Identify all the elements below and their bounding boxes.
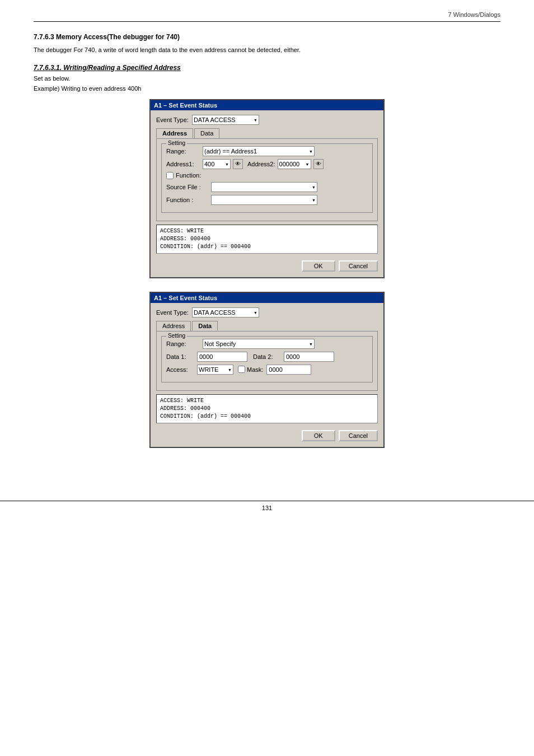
dialog2-event-type-select[interactable]: DATA ACCESS	[192, 307, 259, 318]
dialog2-btn-row: OK Cancel	[156, 428, 378, 442]
dialog2-range-select-wrapper[interactable]: Not Specify	[203, 339, 315, 349]
dialog2-cancel-button[interactable]: Cancel	[339, 430, 378, 441]
dialog2-titlebar: A1 – Set Event Status	[151, 293, 383, 303]
dialog1-setting-legend: Setting	[166, 140, 187, 146]
dialog1-function2-label: Function :	[166, 197, 211, 203]
dialog1-addr1-select-wrapper[interactable]: 400	[203, 159, 231, 169]
dialog2-data1-input[interactable]	[197, 352, 247, 362]
header-text: 7 Windows/Dialogs	[448, 11, 500, 18]
dialog2-data2-label: Data 2:	[253, 353, 284, 360]
dialog1-tab-content: Setting Range: (addr) == Address1	[156, 138, 378, 221]
dialog1-cancel-button[interactable]: Cancel	[339, 260, 378, 272]
section-description: The debugger For 740, a write of word le…	[34, 45, 500, 55]
page-container: 7 Windows/Dialogs 7.7.6.3 Memory Access(…	[0, 0, 534, 484]
dialog1-setting-fieldset: Setting Range: (addr) == Address1	[161, 143, 373, 213]
dialog1-function2-select-wrapper[interactable]	[211, 195, 317, 205]
dialog2-wrapper: A1 – Set Event Status Event Type: DATA A…	[34, 292, 500, 448]
dialog2-ok-button[interactable]: OK	[302, 430, 335, 441]
dialog1-source-file-label: Source File :	[166, 184, 211, 190]
dialog1-event-type-row: Event Type: DATA ACCESS	[156, 115, 378, 125]
dialog1-titlebar: A1 – Set Event Status	[151, 100, 383, 110]
dialog1-tab-address[interactable]: Address	[156, 128, 193, 138]
dialog1-function2-row: Function :	[166, 195, 368, 205]
dialog1-event-type-select-wrapper[interactable]: DATA ACCESS	[192, 115, 259, 125]
dialog2-tab-address[interactable]: Address	[156, 321, 191, 331]
dialog1-tab-data[interactable]: Data	[194, 128, 219, 138]
dialog1-range-row: Range: (addr) == Address1	[166, 146, 368, 156]
page-footer: 131	[0, 501, 534, 511]
dialog1-range-select-wrapper[interactable]: (addr) == Address1	[203, 146, 315, 156]
dialog2-status-line2: ADDRESS: 000400	[160, 405, 374, 413]
dialog1-address-row: Address1: 400 👁 Address2: 000000	[166, 159, 368, 169]
dialog2-tab-content: Setting Range: Not Specify	[156, 331, 378, 391]
example-text: Example) Writing to even address 400h	[34, 84, 500, 94]
dialog2-status-box: ACCESS: WRITE ADDRESS: 000400 CONDITION:…	[156, 394, 378, 423]
dialog1-tab-bar: Address Data	[156, 128, 378, 138]
dialog1-addr2-select-wrapper[interactable]: 000000	[278, 159, 311, 169]
dialog1-function-checkbox[interactable]	[166, 172, 174, 179]
dialog1-body: Event Type: DATA ACCESS Address Data Se	[151, 110, 383, 277]
section-title: 7.7.6.3 Memory Access(The debugger for 7…	[34, 33, 500, 41]
dialog2-mask-checkbox[interactable]	[238, 366, 245, 373]
dialog2: A1 – Set Event Status Event Type: DATA A…	[149, 292, 385, 448]
dialog1-addr1-icon[interactable]: 👁	[233, 159, 243, 169]
set-as-below: Set as below.	[34, 74, 500, 83]
dialog1-addr2-label: Address2:	[247, 161, 275, 167]
dialog2-body: Event Type: DATA ACCESS Address Data Se	[151, 303, 383, 447]
subsection-title: 7.7.6.3.1. Writing/Reading a Specified A…	[34, 64, 500, 72]
dialog2-status-line1: ACCESS: WRITE	[160, 397, 374, 405]
dialog2-event-type-row: Event Type: DATA ACCESS	[156, 307, 378, 318]
dialog2-mask-label: Mask:	[247, 366, 263, 373]
dialog2-range-row: Range: Not Specify	[166, 339, 368, 349]
dialog1-ok-button[interactable]: OK	[302, 260, 335, 272]
dialog1: A1 – Set Event Status Event Type: DATA A…	[149, 99, 385, 278]
dialog1-source-file-select-wrapper[interactable]	[211, 182, 317, 192]
dialog1-event-type-select[interactable]: DATA ACCESS	[192, 115, 259, 125]
dialog2-access-select-wrapper[interactable]: WRITE	[197, 365, 233, 375]
dialog2-tab-data[interactable]: Data	[192, 321, 218, 331]
dialog1-source-file-select[interactable]	[211, 182, 317, 192]
dialog1-event-type-label: Event Type:	[156, 116, 189, 123]
dialog2-tab-bar: Address Data	[156, 321, 378, 331]
dialog2-data-row: Data 1: Data 2:	[166, 352, 368, 362]
dialog2-mask-checkbox-wrapper: Mask:	[238, 366, 263, 373]
dialog2-status-line3: CONDITION: (addr) == 000400	[160, 413, 374, 421]
dialog2-event-type-label: Event Type:	[156, 309, 189, 316]
dialog2-mask-input[interactable]	[266, 365, 311, 375]
dialog2-setting-legend: Setting	[166, 333, 187, 339]
dialog1-btn-row: OK Cancel	[156, 258, 378, 273]
dialog1-status-box: ACCESS: WRITE ADDRESS: 000400 CONDITION:…	[156, 225, 378, 254]
dialog1-status-line3: CONDITION: (addr) == 000400	[160, 243, 374, 251]
page-header: 7 Windows/Dialogs	[34, 11, 500, 22]
dialog2-range-label: Range:	[166, 340, 203, 347]
dialog2-range-select[interactable]: Not Specify	[203, 339, 315, 349]
dialog1-status-line2: ADDRESS: 000400	[160, 235, 374, 243]
dialog1-addr2-select[interactable]: 000000	[278, 159, 311, 169]
dialog1-function2-select[interactable]	[211, 195, 317, 205]
dialog1-status-line1: ACCESS: WRITE	[160, 227, 374, 235]
dialog1-source-file-row: Source File :	[166, 182, 368, 192]
dialog1-addr1-select[interactable]: 400	[203, 159, 231, 169]
dialog1-range-label: Range:	[166, 148, 203, 155]
page-number: 131	[262, 505, 272, 511]
dialog1-wrapper: A1 – Set Event Status Event Type: DATA A…	[34, 99, 500, 278]
dialog2-setting-fieldset: Setting Range: Not Specify	[161, 336, 373, 382]
dialog2-access-label: Access:	[166, 366, 197, 373]
dialog1-function-label: Function:	[176, 172, 201, 179]
dialog2-data1-label: Data 1:	[166, 353, 197, 360]
dialog2-access-select[interactable]: WRITE	[197, 365, 233, 375]
dialog1-addr1-label: Address1:	[166, 161, 203, 167]
dialog2-event-type-select-wrapper[interactable]: DATA ACCESS	[192, 307, 259, 318]
dialog2-access-row: Access: WRITE Mask:	[166, 365, 368, 375]
dialog1-function-row: Function:	[166, 172, 368, 179]
dialog2-data2-input[interactable]	[284, 352, 334, 362]
dialog1-addr2-icon[interactable]: 👁	[313, 159, 324, 169]
dialog1-range-select[interactable]: (addr) == Address1	[203, 146, 315, 156]
